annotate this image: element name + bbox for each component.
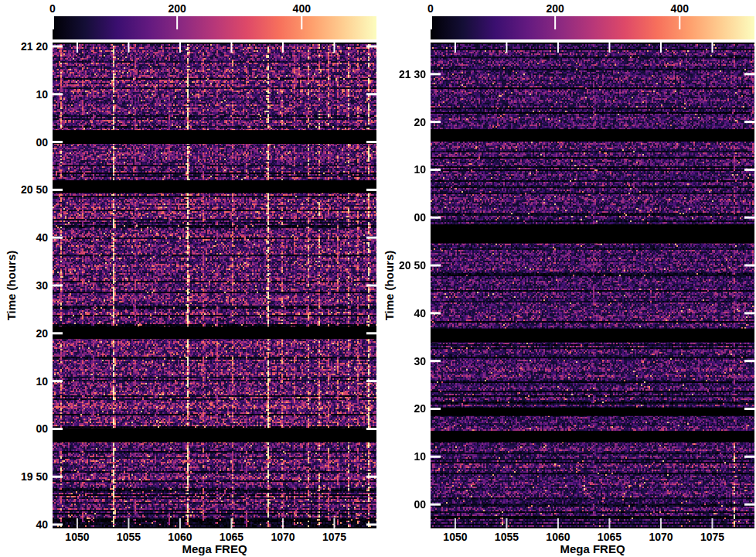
colorbar-tick-label: 200 (154, 2, 200, 15)
x-tick-label: 1075 (311, 531, 357, 543)
y-tick-label: 40 (0, 231, 48, 244)
x-tick-label: 1055 (105, 531, 152, 543)
y-tick-label: 00 (375, 211, 426, 224)
y-tick-label: 20 50 (375, 259, 426, 272)
x-axis-title-right: Mega FREQ (560, 543, 625, 555)
y-tick-label: 21 30 (375, 68, 426, 80)
radio-dynamic-spectrum-figure: Time (hours) Mega FREQ Time (hours) Mega… (0, 0, 756, 557)
y-tick-label: 20 (0, 327, 48, 340)
colorbar-tick-label: 0 (29, 2, 76, 15)
y-tick-label: 00 (375, 498, 426, 511)
y-tick-label: 21 20 (0, 40, 48, 53)
x-tick-label: 1055 (483, 531, 530, 543)
colorbar-left-canvas (53, 16, 376, 39)
y-tick-label: 10 (375, 450, 426, 463)
colorbar-right-canvas (431, 16, 754, 39)
x-tick-label: 1070 (638, 531, 684, 543)
y-tick-label: 20 50 (0, 183, 48, 196)
x-tick-label: 1050 (54, 531, 100, 543)
x-axis-title-left: Mega FREQ (182, 543, 247, 555)
spectrogram-left-canvas (53, 43, 376, 528)
y-tick-label: 19 50 (0, 470, 48, 483)
x-tick-label: 1070 (260, 531, 306, 543)
y-tick-label: 30 (0, 279, 48, 292)
y-tick-label: 20 (375, 402, 426, 415)
y-tick-label: 40 (375, 307, 426, 320)
x-tick-label: 1075 (689, 531, 735, 543)
x-tick-label: 1065 (208, 531, 254, 543)
y-tick-label: 00 (0, 136, 48, 149)
y-tick-label: 00 (0, 422, 48, 435)
colorbar-tick-label: 400 (656, 2, 703, 15)
spectrogram-right-canvas (431, 43, 754, 528)
x-tick-label: 1060 (535, 531, 581, 543)
y-tick-label: 30 (375, 355, 426, 367)
colorbar-tick-label: 400 (278, 2, 325, 15)
colorbar-tick-label: 0 (407, 2, 454, 15)
y-tick-label: 20 (375, 116, 426, 128)
x-tick-label: 1050 (432, 531, 478, 543)
colorbar-tick-label: 200 (532, 2, 578, 15)
y-tick-label: 40 (0, 518, 48, 531)
y-tick-label: 10 (375, 163, 426, 176)
y-tick-label: 10 (0, 375, 48, 388)
x-tick-label: 1060 (157, 531, 203, 543)
x-tick-label: 1065 (586, 531, 632, 543)
y-tick-label: 10 (0, 88, 48, 101)
